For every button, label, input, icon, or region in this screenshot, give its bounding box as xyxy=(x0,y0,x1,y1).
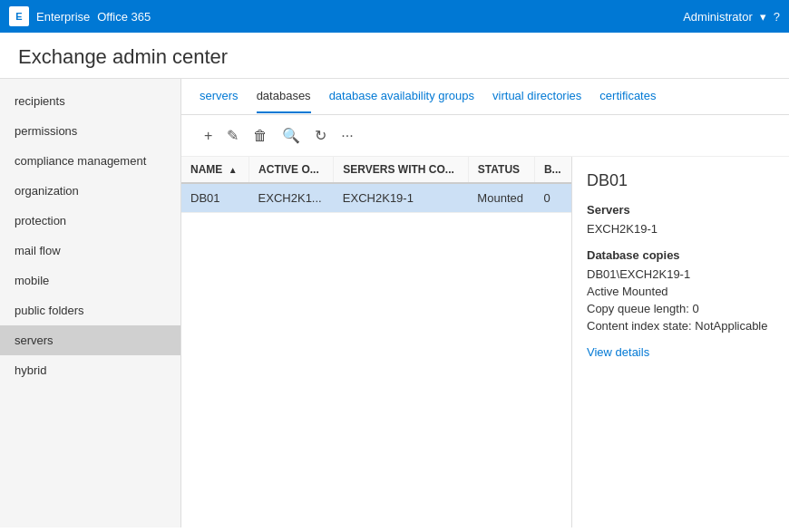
sort-icon: ▲ xyxy=(229,165,238,175)
detail-content-index: Content index state: NotApplicable xyxy=(587,319,774,333)
sidebar-item-mailflow[interactable]: mail flow xyxy=(0,236,180,266)
col-name[interactable]: NAME ▲ xyxy=(181,157,249,183)
table-header-row: NAME ▲ ACTIVE O... SERVERS WITH CO... ST… xyxy=(181,157,571,183)
col-servers[interactable]: SERVERS WITH CO... xyxy=(334,157,469,183)
content-area: servers databases database availability … xyxy=(181,79,789,527)
sidebar-item-compliance[interactable]: compliance management xyxy=(0,146,180,176)
col-active[interactable]: ACTIVE O... xyxy=(249,157,334,183)
toolbar: + ✎ 🗑 🔍 ↻ ··· xyxy=(181,115,789,157)
dropdown-icon: ▾ xyxy=(760,10,766,24)
sidebar: recipients permissions compliance manage… xyxy=(0,79,181,527)
detail-dbcopies-status: Active Mounted xyxy=(587,285,774,298)
subnav-vdirs[interactable]: virtual directories xyxy=(492,80,581,113)
delete-button[interactable]: 🗑 xyxy=(248,125,272,147)
copy-queue-label: Copy queue length: xyxy=(587,302,689,315)
top-bar-left: E Enterprise Office 365 xyxy=(9,6,151,26)
content-index-label: Content index state: xyxy=(587,319,692,333)
edit-button[interactable]: ✎ xyxy=(222,124,243,147)
detail-copy-queue: Copy queue length: 0 xyxy=(587,302,774,315)
detail-dbcopies-path: DB01\EXCH2K19-1 xyxy=(587,267,774,281)
subnav-databases[interactable]: databases xyxy=(257,80,311,113)
main-layout: recipients permissions compliance manage… xyxy=(0,79,789,527)
view-details-link[interactable]: View details xyxy=(587,345,649,359)
sub-nav: servers databases database availability … xyxy=(181,79,789,115)
help-icon[interactable]: ? xyxy=(774,10,780,24)
add-button[interactable]: + xyxy=(200,125,217,147)
content-index-value: NotApplicable xyxy=(695,319,767,333)
detail-servers-label: Servers xyxy=(587,203,774,217)
top-bar-right: Administrator ▾ ? xyxy=(683,10,780,24)
sidebar-item-recipients[interactable]: recipients xyxy=(0,86,180,116)
search-button[interactable]: 🔍 xyxy=(278,124,305,147)
col-b[interactable]: B... xyxy=(534,157,571,183)
copy-queue-value: 0 xyxy=(692,302,698,315)
subnav-certificates[interactable]: certificates xyxy=(599,80,656,113)
sidebar-item-permissions[interactable]: permissions xyxy=(0,116,180,146)
cell-name: DB01 xyxy=(181,183,249,213)
top-bar: E Enterprise Office 365 Administrator ▾ … xyxy=(0,0,789,33)
sidebar-item-servers[interactable]: servers xyxy=(0,325,180,355)
sidebar-item-hybrid[interactable]: hybrid xyxy=(0,355,180,385)
admin-menu[interactable]: Administrator xyxy=(683,10,753,24)
app-logo: E xyxy=(9,6,29,26)
sidebar-item-organization[interactable]: organization xyxy=(0,176,180,206)
databases-table: NAME ▲ ACTIVE O... SERVERS WITH CO... ST… xyxy=(181,157,571,213)
cell-b: 0 xyxy=(534,183,571,213)
table-detail-area: NAME ▲ ACTIVE O... SERVERS WITH CO... ST… xyxy=(181,157,789,527)
detail-servers-value: EXCH2K19-1 xyxy=(587,222,774,236)
detail-panel: DB01 Servers EXCH2K19-1 Database copies … xyxy=(571,157,789,527)
table-container: NAME ▲ ACTIVE O... SERVERS WITH CO... ST… xyxy=(181,157,571,527)
col-name-label: NAME xyxy=(190,163,222,176)
cell-status: Mounted xyxy=(468,183,534,213)
page-title-bar: Exchange admin center xyxy=(0,33,789,79)
detail-title: DB01 xyxy=(587,171,774,190)
subnav-servers[interactable]: servers xyxy=(200,80,239,113)
detail-dbcopies-label: Database copies xyxy=(587,248,774,262)
enterprise-link[interactable]: Enterprise xyxy=(36,10,90,24)
more-button[interactable]: ··· xyxy=(336,125,357,147)
cell-active: EXCH2K1... xyxy=(249,183,334,213)
sidebar-item-mobile[interactable]: mobile xyxy=(0,266,180,295)
office365-link[interactable]: Office 365 xyxy=(97,10,151,24)
table-row[interactable]: DB01 EXCH2K1... EXCH2K19-1 Mounted 0 xyxy=(181,183,571,213)
col-status[interactable]: STATUS xyxy=(468,157,534,183)
refresh-button[interactable]: ↻ xyxy=(310,124,331,147)
cell-servers: EXCH2K19-1 xyxy=(334,183,469,213)
sidebar-item-protection[interactable]: protection xyxy=(0,206,180,236)
subnav-dag[interactable]: database availability groups xyxy=(329,80,474,113)
sidebar-item-publicfolders[interactable]: public folders xyxy=(0,295,180,325)
page-title: Exchange admin center xyxy=(18,45,771,69)
